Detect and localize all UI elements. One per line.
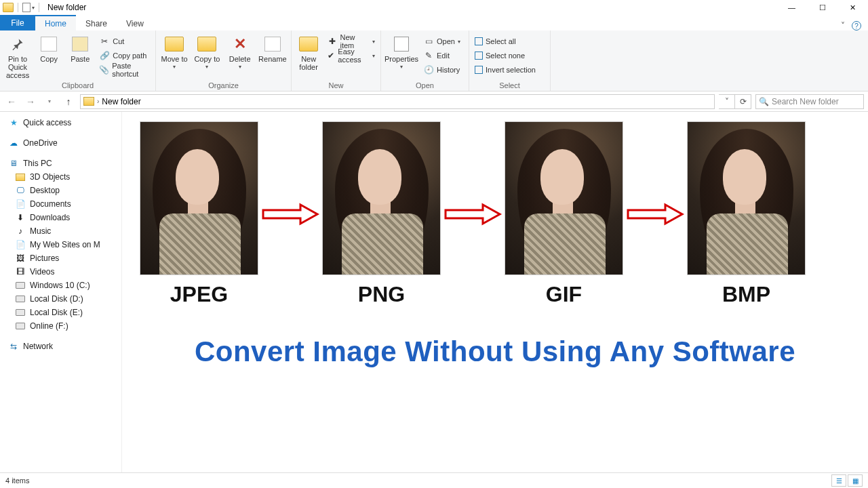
sidebar-item-drive-e[interactable]: Local Disk (E:): [0, 306, 121, 319]
tab-file[interactable]: File: [0, 15, 35, 30]
arrow-icon: [442, 201, 503, 228]
help-icon[interactable]: ?: [852, 21, 861, 30]
select-none-button[interactable]: Select none: [473, 49, 537, 62]
sidebar-this-pc[interactable]: 🖥This PC: [0, 157, 121, 170]
close-button[interactable]: ✕: [837, 0, 868, 15]
folder-icon: [83, 97, 94, 106]
search-placeholder: Search New folder: [772, 97, 839, 106]
sidebar-item-drive-c[interactable]: Windows 10 (C:): [0, 279, 121, 292]
copy-to-button[interactable]: Copy to▾: [193, 32, 221, 70]
new-folder-button[interactable]: New folder: [296, 32, 321, 71]
sidebar-item-downloads[interactable]: ⬇Downloads: [0, 211, 121, 224]
address-dropdown[interactable]: ˅: [719, 94, 735, 109]
sidebar-item-videos[interactable]: 🎞Videos: [0, 265, 121, 279]
ribbon-collapse-icon[interactable]: ˅: [841, 21, 845, 30]
properties-button[interactable]: Properties▾: [385, 32, 418, 70]
sidebar-item-music[interactable]: ♪Music: [0, 224, 121, 238]
minimize-button[interactable]: —: [776, 0, 807, 15]
history-button[interactable]: 🕘History: [422, 63, 462, 77]
sidebar-network[interactable]: ⇆Network: [0, 340, 121, 353]
view-large-icons-button[interactable]: ▦: [848, 474, 863, 487]
maximize-button[interactable]: ☐: [807, 0, 837, 15]
overlay-headline: Convert Image Without Using Any Software: [122, 336, 868, 368]
chevron-down-icon[interactable]: ▾: [32, 5, 35, 11]
address-bar[interactable]: › New folder: [80, 94, 715, 109]
file-label-bmp: BMP: [722, 282, 770, 307]
cut-button[interactable]: ✂Cut: [98, 35, 151, 48]
up-button[interactable]: ↑: [61, 94, 76, 109]
item-count: 4 items: [5, 476, 29, 485]
invert-selection-button[interactable]: Invert selection: [473, 63, 537, 77]
chevron-right-icon: ›: [97, 98, 99, 105]
nav-bar: ← → ▾ ↑ › New folder ˅ ⟳ 🔍 Search New fo…: [0, 92, 868, 112]
sidebar: ★Quick access ☁OneDrive 🖥This PC 3D Obje…: [0, 112, 122, 472]
pin-quick-access-button[interactable]: Pin to Quick access: [4, 32, 31, 79]
search-icon: 🔍: [759, 97, 769, 106]
search-input[interactable]: 🔍 Search New folder: [755, 94, 864, 109]
pin-label: Pin to Quick access: [4, 55, 31, 79]
ribbon-tabs: File Home Share View ˅ ?: [0, 15, 868, 30]
sidebar-item-documents[interactable]: 📄Documents: [0, 197, 121, 211]
forward-button[interactable]: →: [23, 94, 38, 109]
tab-view[interactable]: View: [117, 15, 153, 30]
rename-button[interactable]: Rename: [258, 32, 287, 63]
status-bar: 4 items ☰ ▦: [0, 472, 868, 488]
group-clipboard: Clipboard: [4, 81, 151, 91]
sidebar-item-drive-d[interactable]: Local Disk (D:): [0, 292, 121, 306]
file-thumbnail-jpeg[interactable]: [140, 121, 258, 275]
select-all-button[interactable]: Select all: [473, 35, 537, 48]
sidebar-item-pictures[interactable]: 🖼Pictures: [0, 251, 121, 265]
paste-button[interactable]: Paste: [66, 32, 94, 63]
group-new: New: [296, 81, 376, 91]
sidebar-onedrive[interactable]: ☁OneDrive: [0, 136, 121, 150]
group-organize: Organize: [160, 81, 287, 91]
sidebar-item-drive-f[interactable]: Online (F:): [0, 319, 121, 333]
view-details-button[interactable]: ☰: [831, 474, 846, 487]
folder-icon: [3, 3, 14, 12]
content-pane[interactable]: JPEG PNG GIF BMP Convert Image Without U…: [122, 112, 868, 472]
move-to-button[interactable]: Move to▾: [160, 32, 189, 70]
arrow-icon: [260, 201, 321, 228]
breadcrumb[interactable]: New folder: [102, 97, 140, 106]
file-label-png: PNG: [358, 282, 405, 307]
sidebar-quick-access[interactable]: ★Quick access: [0, 116, 121, 129]
file-thumbnail-png[interactable]: [322, 121, 441, 275]
paste-label: Paste: [71, 55, 90, 63]
sidebar-item-desktop[interactable]: 🖵Desktop: [0, 184, 121, 197]
copy-label: Copy: [40, 55, 58, 63]
tab-share[interactable]: Share: [76, 15, 117, 30]
window-title: New folder: [47, 3, 86, 12]
new-item-button[interactable]: ✚New item▾: [326, 35, 376, 48]
open-button[interactable]: ▭Open▾: [422, 35, 462, 48]
quick-access-toolbar: ▾: [0, 3, 42, 12]
edit-button[interactable]: ✎Edit: [422, 49, 462, 62]
sidebar-item-mywebsites[interactable]: 📄My Web Sites on M: [0, 238, 121, 251]
group-select: Select: [473, 81, 546, 91]
file-thumbnail-gif[interactable]: [505, 121, 623, 275]
copy-path-button[interactable]: 🔗Copy path: [98, 49, 151, 62]
arrow-icon: [625, 201, 686, 228]
ribbon: Pin to Quick access Copy Paste ✂Cut 🔗Cop…: [0, 30, 868, 92]
title-bar: ▾ New folder — ☐ ✕: [0, 0, 868, 15]
back-button[interactable]: ←: [4, 94, 19, 109]
file-label-gif: GIF: [546, 282, 582, 307]
paste-shortcut-button[interactable]: 📎Paste shortcut: [98, 63, 151, 77]
easy-access-button[interactable]: ✔Easy access▾: [326, 49, 376, 62]
tab-home[interactable]: Home: [35, 15, 76, 30]
sidebar-item-3d-objects[interactable]: 3D Objects: [0, 170, 121, 184]
recent-dropdown[interactable]: ▾: [42, 94, 57, 109]
group-open: Open: [385, 81, 465, 91]
delete-button[interactable]: ✕Delete▾: [226, 32, 254, 70]
copy-button[interactable]: Copy: [35, 32, 62, 63]
refresh-button[interactable]: ⟳: [735, 94, 751, 109]
file-thumbnail-bmp[interactable]: [687, 121, 806, 275]
doc-icon: [22, 3, 31, 12]
file-label-jpeg: JPEG: [170, 282, 228, 307]
